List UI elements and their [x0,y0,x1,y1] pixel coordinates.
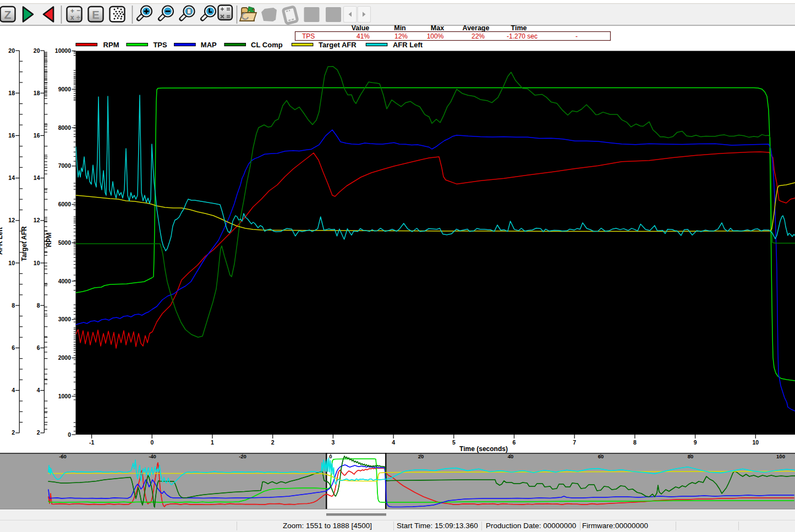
svg-text:-1.270 sec: -1.270 sec [507,32,538,40]
svg-text:TPS: TPS [153,41,167,49]
svg-text:16: 16 [34,132,40,139]
svg-text:Start Time: 15:09:13.360: Start Time: 15:09:13.360 [397,522,478,530]
svg-text:Min: Min [394,24,406,32]
svg-text:Z: Z [4,8,12,21]
svg-text:3: 3 [331,439,335,446]
svg-text:20: 20 [34,47,40,54]
svg-text:9000: 9000 [58,86,72,92]
svg-text:12: 12 [34,217,40,223]
svg-text:Average: Average [463,24,490,32]
svg-text:16: 16 [8,132,15,139]
svg-text:x: x [70,14,74,21]
svg-text:7000: 7000 [58,162,72,169]
svg-text:5000: 5000 [58,239,72,246]
svg-text:10: 10 [752,439,759,446]
svg-text:2: 2 [12,429,15,436]
svg-text:Time (seconds): Time (seconds) [459,445,508,453]
svg-text:4: 4 [12,387,15,393]
svg-text:1: 1 [211,439,214,446]
svg-text:1000: 1000 [58,393,72,399]
svg-text:4000: 4000 [58,278,72,284]
svg-text:÷: ÷ [76,14,80,21]
svg-text:8000: 8000 [58,124,72,131]
svg-text:3000: 3000 [58,316,72,322]
svg-text:14: 14 [8,174,15,181]
svg-text:Zoom: 1551 to 1888 [4500]: Zoom: 1551 to 1888 [4500] [283,522,372,530]
svg-text:0: 0 [150,439,153,446]
svg-text:−: − [76,7,80,14]
svg-text:2: 2 [37,429,40,436]
svg-text:4: 4 [37,387,40,393]
svg-text:14: 14 [34,174,40,181]
svg-text:5: 5 [452,439,456,446]
svg-text:4: 4 [392,439,395,446]
svg-text:10000: 10000 [55,47,71,54]
svg-text:-1: -1 [89,439,94,446]
svg-text:TPS: TPS [302,32,315,40]
svg-text:8: 8 [633,439,637,446]
svg-text:E: E [92,9,99,21]
svg-text:7: 7 [573,439,576,446]
svg-text:Max: Max [431,24,444,32]
svg-text:RPM: RPM [45,233,53,248]
svg-text:20: 20 [8,47,15,54]
svg-text:Target AFR: Target AFR [319,41,357,49]
svg-text:6: 6 [12,344,15,351]
svg-text:18: 18 [8,90,15,96]
svg-text:Firmware:00000000: Firmware:00000000 [582,522,648,530]
svg-text:12: 12 [8,217,15,223]
svg-text:41%: 41% [357,32,370,40]
svg-text:9: 9 [694,439,697,446]
svg-text:12%: 12% [394,32,408,40]
svg-text:AFR Left: AFR Left [393,41,423,49]
svg-text:10: 10 [8,260,15,266]
svg-text:AFR Left: AFR Left [0,227,4,255]
svg-text:100%: 100% [427,32,444,40]
svg-text:Value: Value [352,24,370,32]
svg-text:2: 2 [271,439,275,446]
svg-text:MAP: MAP [201,41,217,49]
svg-text:-: - [575,32,578,40]
svg-text:RPM: RPM [103,41,119,49]
svg-text:6: 6 [513,439,516,446]
svg-text:18: 18 [34,90,40,96]
svg-text:2000: 2000 [58,354,72,361]
svg-text:Target AFR: Target AFR [20,226,28,261]
svg-text:CL Comp: CL Comp [251,41,283,49]
svg-text:Time: Time [511,24,527,32]
svg-text:22%: 22% [471,32,485,40]
svg-text:0: 0 [68,431,71,438]
svg-text:8: 8 [37,302,40,309]
svg-text:10: 10 [34,260,40,266]
svg-text:6: 6 [37,344,40,351]
svg-text:Production Date: 00000000: Production Date: 00000000 [486,522,576,530]
svg-text:8: 8 [12,302,15,309]
svg-text:6000: 6000 [58,201,72,207]
